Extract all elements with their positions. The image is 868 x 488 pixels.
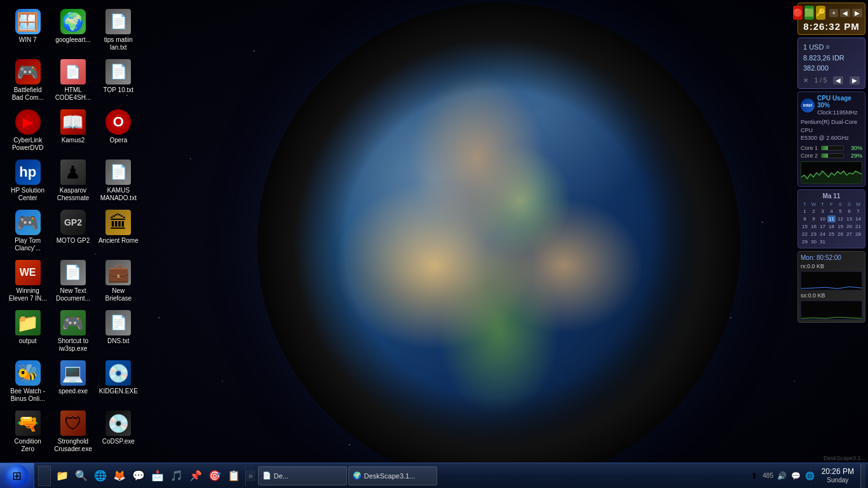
icon-stronghold[interactable]: 🛡 Stronghold Crusader.exe — [50, 407, 95, 457]
quicklaunch-media[interactable]: 🎵 — [168, 467, 186, 485]
cal-day-22[interactable]: 22 — [801, 231, 809, 238]
cal-day-3[interactable]: 3 — [818, 208, 827, 215]
cpu-core2-row: Core 2 29% — [801, 152, 862, 159]
icon-speed[interactable]: 💻 speed.exe — [50, 356, 95, 407]
icon-htmlcode[interactable]: 📄 HTML CODE4SH... — [50, 55, 95, 105]
cal-day-5[interactable]: 5 — [836, 208, 844, 215]
currency-prev-btn[interactable]: ◀ — [833, 76, 843, 85]
icon-output[interactable]: 📁 output — [5, 306, 50, 356]
icon-kamus2[interactable]: 📖 Kamus2 — [50, 105, 95, 156]
cal-day-21[interactable]: 21 — [854, 223, 862, 230]
cal-day-29[interactable]: 29 — [801, 238, 809, 245]
icon-cyberlink[interactable]: ▶ CyberLink PowerDVD — [5, 105, 50, 156]
cal-day-19[interactable]: 19 — [836, 223, 844, 230]
taskbar-clock[interactable]: 20:26 PM Sunday — [818, 467, 858, 484]
quicklaunch-ie[interactable]: 🌐 — [92, 467, 109, 485]
clock-icon-red[interactable]: 🔴 — [793, 6, 803, 20]
currency-next-btn[interactable]: ▶ — [850, 76, 860, 85]
taskbar-app-de[interactable]: 📄 De... — [258, 466, 347, 485]
icon-cz[interactable]: 🔫 Condition Zero — [5, 407, 50, 457]
cal-day-8[interactable]: 8 — [801, 215, 809, 222]
icon-newbriefcase[interactable]: 💼 New Briefcase — [96, 256, 141, 306]
icon-win7[interactable]: 🪟 WIN 7 — [5, 5, 50, 55]
quicklaunch-firefox[interactable]: 🦊 — [111, 467, 128, 485]
quicklaunch-explorer[interactable]: 📁 — [53, 467, 71, 485]
icon-battlefield[interactable]: 🎮 Battlefield Bad Com... — [5, 55, 50, 105]
currency-label: 1 USD = — [803, 42, 860, 53]
icon-tipsmatiin[interactable]: 📄 tips matiin lan.txt — [96, 5, 141, 55]
tray-network-icon[interactable]: 485 — [762, 470, 775, 482]
cal-day-24[interactable]: 24 — [818, 231, 827, 238]
icon-top10[interactable]: 📄 TOP 10.txt — [96, 55, 141, 105]
quicklaunch-email[interactable]: 📩 — [149, 467, 166, 485]
show-desktop-btn[interactable] — [38, 466, 51, 486]
battlefield-icon: 🎮 — [15, 59, 41, 85]
cpu-core2-pct: 29% — [846, 152, 862, 159]
currency-nav: ✕ 1 / 5 ◀ ▶ — [803, 76, 860, 85]
quicklaunch-app[interactable]: 🎯 — [206, 467, 224, 485]
cal-day-4[interactable]: 4 — [827, 208, 836, 215]
icon-ancientrome[interactable]: 🏛 Ancient Rome — [96, 206, 141, 256]
clock-icon-green[interactable]: 🟩 — [804, 6, 814, 20]
icon-hp[interactable]: hp HP Solution Center — [5, 156, 50, 206]
quicklaunch-chat[interactable]: 💬 — [130, 467, 147, 485]
cal-day-6[interactable]: 6 — [845, 208, 853, 215]
cal-day-25[interactable]: 25 — [827, 231, 836, 238]
tray-icon-4[interactable]: 🌐 — [804, 470, 817, 482]
cal-day-12[interactable]: 12 — [836, 215, 844, 222]
cal-day-31[interactable]: 31 — [818, 238, 827, 245]
tray-icon-2[interactable]: 🔊 — [776, 470, 789, 482]
cal-day-1[interactable]: 1 — [801, 208, 809, 215]
currency-close-btn[interactable]: ✕ — [803, 77, 808, 84]
cal-day-14[interactable]: 14 — [854, 215, 862, 222]
icon-kidgen[interactable]: 💿 KIDGEN.EXE — [96, 356, 141, 407]
cal-day-17[interactable]: 17 — [818, 223, 827, 230]
deskscape-label: DeskScape3.1... — [824, 455, 865, 461]
icon-beewatch[interactable]: 🐝 Bee Watch - Binus Onli... — [5, 356, 50, 407]
start-button[interactable]: ⊞ — [0, 463, 34, 489]
cal-day-30[interactable]: 30 — [810, 238, 818, 245]
icon-winning[interactable]: WE Winning Eleven 7 IN... — [5, 256, 50, 306]
opera-label: Opera — [109, 137, 127, 144]
cal-day-28[interactable]: 28 — [854, 231, 862, 238]
tray-icon-1[interactable]: ⬆ — [748, 470, 761, 482]
cal-day-15[interactable]: 15 — [801, 223, 809, 230]
cal-header-m: M — [854, 201, 862, 207]
clock-prev-btn[interactable]: ◀ — [840, 9, 850, 17]
icon-motogp[interactable]: GP2 MOTO GP2 — [50, 206, 95, 256]
clock-icon-key[interactable]: 🔑 — [816, 6, 825, 20]
newbriefcase-icon: 💼 — [105, 260, 131, 285]
opera-icon: O — [105, 109, 131, 135]
icon-shortcut[interactable]: 🎮 Shortcut to iw3sp.exe — [50, 306, 95, 356]
cal-day-9[interactable]: 9 — [810, 215, 818, 222]
icon-kamus[interactable]: 📄 KAMUS MANADO.txt — [96, 156, 141, 206]
taskbar-app-deskscape[interactable]: 🌍 DeskScape3.1... — [348, 466, 437, 485]
cal-day-2[interactable]: 2 — [810, 208, 818, 215]
cal-day-26[interactable]: 26 — [836, 231, 844, 238]
icon-newtext[interactable]: 📄 New Text Document... — [50, 256, 95, 306]
clock-next-btn[interactable]: ▶ — [852, 9, 862, 17]
tray-icon-3[interactable]: 💬 — [790, 470, 803, 482]
clock-add-btn[interactable]: + — [829, 9, 838, 17]
quicklaunch-more[interactable]: 📌 — [187, 467, 205, 485]
playtom-icon: 🎮 — [15, 210, 41, 235]
quicklaunch-search[interactable]: 🔍 — [72, 467, 90, 485]
cal-day-18[interactable]: 18 — [827, 223, 836, 230]
icon-googleearth[interactable]: 🌍 googleeart... — [50, 5, 95, 55]
show-desktop-right-btn[interactable] — [860, 464, 865, 488]
icon-opera[interactable]: O Opera — [96, 105, 141, 156]
cal-day-23[interactable]: 23 — [810, 231, 818, 238]
icon-kasparov[interactable]: ♟ Kasparov Chessmate — [50, 156, 95, 206]
icon-codsp[interactable]: 💿 CoDSP.exe — [96, 407, 141, 457]
cal-day-11[interactable]: 11 — [827, 215, 836, 222]
icon-playtom[interactable]: 🎮 Play Tom Clancy'... — [5, 206, 50, 256]
cal-day-16[interactable]: 16 — [810, 223, 818, 230]
cal-day-13[interactable]: 13 — [845, 215, 853, 222]
cal-day-20[interactable]: 20 — [845, 223, 853, 230]
taskbar-expand-btn[interactable]: » — [246, 470, 255, 482]
quicklaunch-app2[interactable]: 📋 — [225, 467, 243, 485]
cal-day-27[interactable]: 27 — [845, 231, 853, 238]
cal-day-7[interactable]: 7 — [854, 208, 862, 215]
cal-day-10[interactable]: 10 — [818, 215, 827, 222]
icon-dns[interactable]: 📄 DNS.txt — [96, 306, 141, 356]
